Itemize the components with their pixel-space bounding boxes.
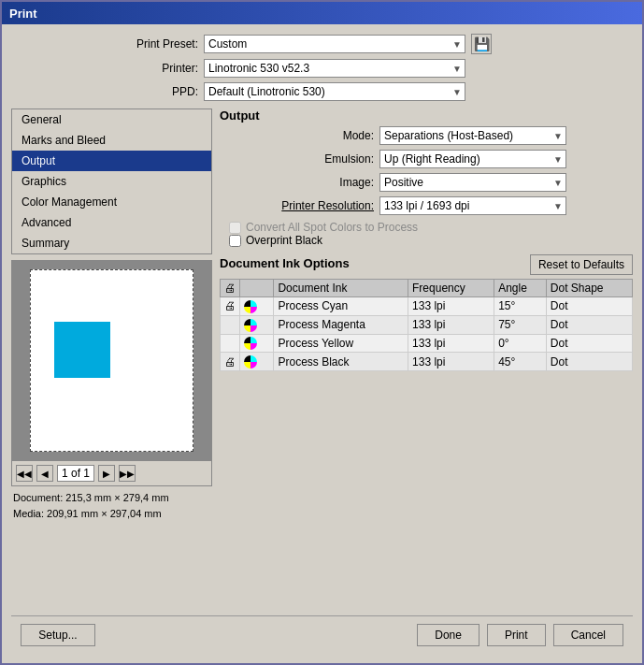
row-printer-icon: 🖨 [221,353,240,371]
next-page-button[interactable]: ▶ [98,465,115,482]
emulsion-select-wrapper[interactable]: Up (Right Reading) ▼ [379,150,566,168]
row-ink-name: Process Magenta [274,315,408,334]
nav-item-graphics[interactable]: Graphics [12,171,211,192]
print-button[interactable]: Print [487,624,546,646]
row-frequency: 133 lpi [408,297,494,316]
col-document-ink: Document Ink [274,280,408,297]
convert-checkbox[interactable] [229,222,241,234]
right-panel: Output Mode: Separations (Host-Based) ▼ [220,108,633,608]
image-label: Image: [229,176,374,189]
resolution-select[interactable]: 133 lpi / 1693 dpi [379,196,566,215]
row-printer-icon [221,334,240,353]
preview-square [54,322,110,378]
printer-select-wrapper[interactable]: Linotronic 530 v52.3 ▼ [204,59,465,78]
ppd-select-wrapper[interactable]: Default (Linotronic 530) ▼ [204,82,465,101]
col-printer-icon: 🖨 [221,280,240,297]
preset-select[interactable]: Custom [204,35,465,53]
form-rows: Mode: Separations (Host-Based) ▼ Emulsio… [229,126,633,215]
row-color-icon [240,353,274,371]
ppd-label: PPD: [86,85,198,98]
first-page-button[interactable]: ◀◀ [16,465,33,482]
done-button[interactable]: Done [417,624,479,646]
image-select-wrapper[interactable]: Positive ▼ [379,173,566,192]
media-size: Media: 209,91 mm × 297,04 mm [13,506,210,522]
reset-defaults-button[interactable]: Reset to Defaults [530,254,633,275]
col-frequency: Frequency [408,280,494,297]
row-dot-shape: Dot [546,353,632,371]
image-row: Image: Positive ▼ [229,173,633,192]
output-title: Output [220,108,633,123]
nav-item-color[interactable]: Color Management [12,192,211,212]
ink-table-section: Document Ink Options Reset to Defaults 🖨… [220,254,633,608]
row-frequency: 133 lpi [408,334,494,353]
row-frequency: 133 lpi [408,353,494,371]
row-printer-icon [221,315,240,334]
magenta-color-icon [244,319,257,332]
row-color-icon [240,297,274,316]
row-ink-name: Process Yellow [274,334,408,353]
print-dialog: Print Print Preset: Custom ▼ 💾 Printer: … [0,0,644,665]
black-color-icon [244,355,257,369]
row-angle: 0° [494,334,547,353]
printer-row: Printer: Linotronic 530 v52.3 ▼ [86,59,633,78]
doc-info: Document: 215,3 mm × 279,4 mm Media: 209… [11,486,212,525]
image-select[interactable]: Positive [379,173,566,192]
top-fields: Print Preset: Custom ▼ 💾 Printer: Linotr… [11,34,633,101]
nav-list: General Marks and Bleed Output Graphics … [11,108,212,254]
ink-table-title: Document Ink Options [220,256,350,270]
ppd-select[interactable]: Default (Linotronic 530) [204,82,465,101]
window-title: Print [9,7,37,21]
row-color-icon [240,315,274,334]
mode-select-wrapper[interactable]: Separations (Host-Based) ▼ [379,126,566,145]
preview-controls: ◀◀ ◀ 1 of 1 ▶ ▶▶ [11,461,212,486]
emulsion-row: Emulsion: Up (Right Reading) ▼ [229,150,633,168]
row-angle: 75° [494,315,547,334]
resolution-row: Printer Resolution: 133 lpi / 1693 dpi ▼ [229,196,633,215]
printer-select[interactable]: Linotronic 530 v52.3 [204,59,465,78]
setup-button[interactable]: Setup... [21,624,95,646]
mode-row: Mode: Separations (Host-Based) ▼ [229,126,633,145]
emulsion-select[interactable]: Up (Right Reading) [379,150,566,168]
ppd-row: PPD: Default (Linotronic 530) ▼ [86,82,633,101]
last-page-button[interactable]: ▶▶ [119,465,136,482]
table-row: 🖨 Process Cyan 133 lpi 15° Dot [221,297,633,316]
preview-inner [30,269,193,452]
resolution-label: Printer Resolution: [229,199,374,212]
main-area: General Marks and Bleed Output Graphics … [11,108,633,608]
row-ink-name: Process Black [274,353,408,371]
col-dot-shape: Dot Shape [546,280,632,297]
row-frequency: 133 lpi [408,315,494,334]
bottom-bar: Setup... Done Print Cancel [11,615,633,654]
output-section: Output Mode: Separations (Host-Based) ▼ [220,108,633,247]
printer-header-icon: 🖨 [224,282,236,295]
row-dot-shape: Dot [546,315,632,334]
table-row: Process Magenta 133 lpi 75° Dot [221,315,633,334]
nav-item-marks[interactable]: Marks and Bleed [12,130,211,151]
ink-table: 🖨 Document Ink Frequency Angle Dot Shape [220,279,633,371]
overprint-label: Overprint Black [246,234,322,247]
preview-box [11,260,212,461]
overprint-checkbox[interactable] [229,235,241,247]
convert-row: Convert All Spot Colors to Process [229,221,633,234]
table-row: Process Yellow 133 lpi 0° Dot [221,334,633,353]
row-dot-shape: Dot [546,297,632,316]
preset-label: Print Preset: [86,37,198,51]
mode-label: Mode: [229,129,374,142]
nav-item-summary[interactable]: Summary [12,233,211,253]
preset-select-wrapper[interactable]: Custom ▼ [204,35,465,53]
nav-item-output[interactable]: Output [12,151,211,171]
nav-item-general[interactable]: General [12,109,211,130]
cancel-button[interactable]: Cancel [553,624,623,646]
prev-page-button[interactable]: ◀ [36,465,53,482]
preset-save-icon[interactable]: 💾 [471,34,492,54]
row-printer-icon: 🖨 [221,297,240,316]
row-color-icon [240,334,274,353]
mode-select[interactable]: Separations (Host-Based) [379,126,566,145]
nav-item-advanced[interactable]: Advanced [12,212,211,233]
col-angle: Angle [494,280,547,297]
overprint-row: Overprint Black [229,234,633,247]
table-row: 🖨 Process Black 133 lpi 45° Dot [221,353,633,371]
row-angle: 45° [494,353,547,371]
emulsion-label: Emulsion: [229,152,374,166]
resolution-select-wrapper[interactable]: 133 lpi / 1693 dpi ▼ [379,196,566,215]
